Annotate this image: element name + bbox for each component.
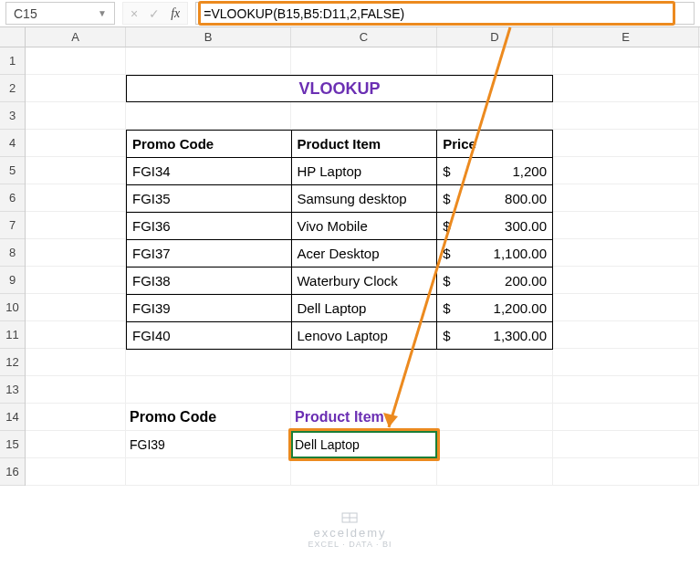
cells-area[interactable]: Promo Code Product Item FGI39 Dell Lapto…	[26, 47, 700, 486]
cell-item[interactable]: Vivo Mobile	[291, 213, 437, 240]
col-header-e[interactable]: E	[553, 27, 699, 47]
cell-price[interactable]: $1,200.00	[437, 295, 553, 322]
cell-code[interactable]: FGI39	[127, 295, 292, 322]
row-header[interactable]: 10	[0, 294, 25, 321]
row-header[interactable]: 3	[0, 102, 25, 130]
row-header[interactable]: 11	[0, 321, 25, 349]
table-row: FGI35Samsung desktop$800.00	[127, 185, 553, 213]
formula-bar: C15 ▼ × ✓ fx =VLOOKUP(B15,B5:D11,2,FALSE…	[0, 0, 700, 27]
lookup-result-cell[interactable]: Dell Laptop	[291, 431, 437, 458]
row-header[interactable]: 7	[0, 212, 25, 239]
col-header-b[interactable]: B	[126, 27, 291, 47]
table-row: FGI39Dell Laptop$1,200.00	[127, 295, 553, 322]
watermark-icon	[340, 511, 359, 524]
cell-price[interactable]: $200.00	[437, 268, 553, 295]
grid-row	[26, 47, 700, 75]
formula-input[interactable]: =VLOOKUP(B15,B5:D11,2,FALSE)	[195, 2, 695, 25]
cell-price[interactable]: $1,200	[437, 158, 553, 185]
cell-code[interactable]: FGI35	[127, 185, 292, 213]
formula-value: =VLOOKUP(B15,B5:D11,2,FALSE)	[204, 6, 404, 21]
table-header-row: Promo Code Product Item Price	[127, 131, 553, 158]
table-row: FGI37Acer Desktop$1,100.00	[127, 240, 553, 268]
cell-code[interactable]: FGI38	[127, 268, 292, 295]
watermark-subtext: EXCEL · DATA · BI	[308, 540, 392, 549]
cell-code[interactable]: FGI34	[127, 158, 292, 185]
lookup-code-label[interactable]: Promo Code	[126, 404, 291, 431]
row-header[interactable]: 8	[0, 239, 25, 267]
cell-code[interactable]: FGI40	[127, 322, 292, 350]
row-header[interactable]: 15	[0, 431, 25, 458]
grid-row	[26, 102, 700, 130]
table-row: FGI40Lenovo Laptop$1,300.00	[127, 322, 553, 350]
name-box[interactable]: C15 ▼	[5, 2, 115, 25]
col-header-d[interactable]: D	[437, 27, 553, 47]
table-row: FGI36Vivo Mobile$300.00	[127, 213, 553, 240]
cell-item[interactable]: HP Laptop	[291, 158, 437, 185]
grid-row	[26, 458, 700, 486]
fx-icon[interactable]: fx	[171, 6, 180, 21]
row-header[interactable]: 13	[0, 376, 25, 404]
watermark: exceldemy EXCEL · DATA · BI	[308, 511, 392, 549]
cell-price[interactable]: $1,300.00	[437, 322, 553, 350]
cell-item[interactable]: Acer Desktop	[291, 240, 437, 268]
grid-row	[26, 376, 700, 404]
row-header[interactable]: 9	[0, 267, 25, 294]
name-box-value: C15	[14, 6, 37, 21]
cell-price[interactable]: $300.00	[437, 213, 553, 240]
col-header-c[interactable]: C	[291, 27, 437, 47]
cell-code[interactable]: FGI37	[127, 240, 292, 268]
row-header[interactable]: 12	[0, 349, 25, 376]
cell-item[interactable]: Waterbury Clock	[291, 268, 437, 295]
lookup-item-label[interactable]: Product Item	[291, 404, 437, 431]
header-price[interactable]: Price	[437, 131, 553, 158]
header-code[interactable]: Promo Code	[127, 131, 292, 158]
table-row: FGI34HP Laptop$1,200	[127, 158, 553, 185]
cell-code[interactable]: FGI36	[127, 213, 292, 240]
cell-item[interactable]: Lenovo Laptop	[291, 322, 437, 350]
data-table: Promo Code Product Item Price FGI34HP La…	[126, 130, 553, 350]
grid-row: FGI39 Dell Laptop	[26, 431, 700, 458]
row-header[interactable]: 1	[0, 47, 25, 75]
cell-price[interactable]: $800.00	[437, 185, 553, 213]
title-cell[interactable]: VLOOKUP	[126, 75, 553, 102]
row-header[interactable]: 16	[0, 458, 25, 486]
formula-bar-buttons: × ✓ fx	[122, 2, 188, 25]
row-header[interactable]: 6	[0, 184, 25, 212]
col-header-a[interactable]: A	[26, 27, 126, 47]
cell-price[interactable]: $1,100.00	[437, 240, 553, 268]
confirm-icon[interactable]: ✓	[149, 6, 160, 21]
cell-item[interactable]: Samsung desktop	[291, 185, 437, 213]
cell-item[interactable]: Dell Laptop	[291, 295, 437, 322]
grid-row	[26, 349, 700, 376]
cancel-icon[interactable]: ×	[131, 6, 138, 21]
select-all-corner[interactable]	[0, 27, 26, 47]
watermark-text: exceldemy	[313, 526, 386, 540]
row-header[interactable]: 14	[0, 404, 25, 431]
grid-row: Promo Code Product Item	[26, 404, 700, 431]
header-item[interactable]: Product Item	[291, 131, 437, 158]
chevron-down-icon[interactable]: ▼	[98, 8, 107, 18]
lookup-code-value[interactable]: FGI39	[126, 431, 291, 458]
row-header[interactable]: 5	[0, 157, 25, 184]
title-text: VLOOKUP	[298, 79, 380, 99]
column-headers: A B C D E	[0, 27, 700, 47]
table-row: FGI38Waterbury Clock$200.00	[127, 268, 553, 295]
row-header[interactable]: 4	[0, 130, 25, 157]
row-headers: 1 2 3 4 5 6 7 8 9 10 11 12 13 14 15 16	[0, 47, 26, 486]
grid-body: 1 2 3 4 5 6 7 8 9 10 11 12 13 14 15 16 P…	[0, 47, 700, 486]
row-header[interactable]: 2	[0, 75, 25, 102]
